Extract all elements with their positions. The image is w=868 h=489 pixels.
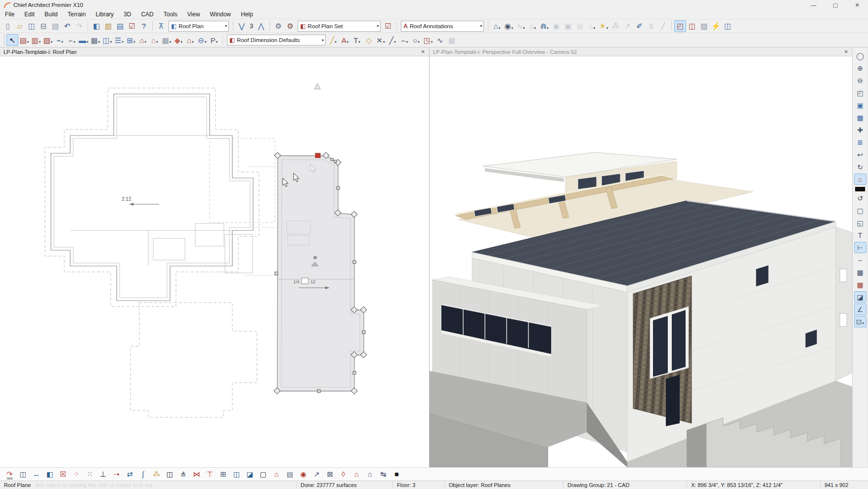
stairs-icon[interactable]: ☰▾ (113, 34, 125, 46)
raise-object-icon[interactable]: ⌂ (351, 468, 363, 480)
save-plan-view-icon[interactable]: ⊼ (155, 20, 167, 32)
reflect-about-icon[interactable]: ⋈ (191, 468, 203, 480)
menu-terrain[interactable]: Terrain (63, 10, 91, 18)
snap-settings-icon[interactable]: ⊡▾ (854, 316, 867, 327)
camera-options-icon[interactable]: ⌂ (854, 174, 867, 185)
select-objects-icon[interactable]: ↖ (6, 34, 18, 46)
pan-window-icon[interactable]: ✚ (854, 124, 867, 135)
curve-hook-icon[interactable]: ∫ (137, 468, 149, 480)
floor-down-icon[interactable]: ⋁ (236, 20, 248, 32)
add-light-icon[interactable]: ☀▾ (598, 20, 609, 32)
auto-rebuild-roof-icon[interactable]: ⌂ (271, 468, 283, 480)
polyline-icon[interactable]: ◇ (363, 34, 375, 46)
draw-arc-icon[interactable]: ⌢▾ (398, 34, 410, 46)
menu-cad[interactable]: CAD (136, 10, 158, 18)
select-next-icon[interactable]: ↷next (4, 468, 16, 480)
menu-tools[interactable]: Tools (159, 10, 182, 18)
new-plan-icon[interactable]: ▯ (2, 20, 14, 32)
draw-line-icon[interactable]: ╱▾ (387, 34, 398, 46)
full-camera-icon[interactable]: ◉▾ (503, 20, 515, 32)
color-chooser-icon[interactable]: ✐ (633, 20, 645, 32)
plan-canvas[interactable]: 2:12 1/4 (0, 56, 429, 467)
menu-edit[interactable]: Edit (19, 10, 40, 18)
save-plan-icon[interactable]: ◫ (26, 20, 38, 32)
furniture-icon[interactable]: ▬▾ (78, 34, 89, 46)
gable-line-icon[interactable]: ⌂▾ (184, 34, 196, 46)
build-framing-icon[interactable]: ▤ (284, 468, 296, 480)
fill-window-icon[interactable]: ▣ (854, 99, 867, 111)
edit-area-icon[interactable]: ▢ (258, 468, 269, 480)
zoom-out-icon[interactable]: ⊖ (854, 75, 867, 86)
project-browser-icon[interactable]: ▤ (114, 20, 126, 32)
column-icon[interactable]: ⊥ (97, 468, 109, 480)
roof-hole-icon[interactable]: ⊖▾ (196, 34, 208, 46)
saved-plan-views-dropdown[interactable]: ◧ Roof Plan ▾ (169, 21, 229, 32)
roof-pitch-handle-red[interactable] (315, 153, 320, 158)
rectangular-selection-icon[interactable]: ▢ (854, 205, 867, 216)
hatch-wall-icon[interactable]: ▨▾ (42, 34, 54, 46)
camera-pane-close-icon[interactable]: ✕ (842, 49, 850, 54)
text-line-edit-icon[interactable]: T (854, 229, 867, 241)
temporary-dimensions-icon[interactable]: ⊢ (854, 242, 867, 253)
intersect-arrows-icon[interactable]: ⇄ (124, 468, 136, 480)
delete-icon[interactable]: ☒ (57, 468, 69, 480)
arc-creation-icon[interactable]: ⌢ (854, 254, 867, 266)
close-button[interactable]: ✕ (846, 0, 868, 10)
menu-3d[interactable]: 3D (119, 10, 136, 18)
join-roof-planes-icon[interactable]: ◊ (338, 468, 349, 480)
child-tool-palette-icon[interactable]: ◰ (674, 20, 686, 32)
copy-paste-icon[interactable]: ⊞ (217, 468, 229, 480)
undo-icon[interactable]: ↶ (61, 20, 73, 32)
roof-plane-icon[interactable]: ◆▾ (173, 34, 184, 46)
full-overview-icon[interactable]: ⌂▾ (491, 20, 503, 32)
energy-panel-icon[interactable]: ⚡ (710, 20, 722, 32)
level-roof-icon[interactable]: ⌂ (364, 468, 376, 480)
walk-people-icon[interactable]: ⋒▾ (538, 20, 550, 32)
default-sets-icon[interactable]: ☑ (126, 20, 138, 32)
selected-roof-plane[interactable]: 1/4 12 (274, 152, 367, 394)
plan-set-edit-icon[interactable]: ⚙ (284, 20, 296, 32)
undo-zoom-icon[interactable]: ◰ (854, 87, 867, 98)
print-icon[interactable]: ⊟ (38, 20, 49, 32)
dimension-points-icon[interactable]: ⁙ (84, 468, 96, 480)
roof-icon[interactable]: ⌂▾ (137, 34, 149, 46)
straight-wall-icon[interactable]: ▤▾ (18, 34, 30, 46)
open-object-icon[interactable]: ◫ (17, 468, 29, 480)
camera-canvas[interactable] (430, 56, 852, 467)
delete-surface-icon[interactable]: ⊠ (324, 468, 336, 480)
annotations-dropdown[interactable]: A Roof Annotations ▾ (401, 21, 484, 32)
offset-line-icon[interactable]: ⊤ (204, 468, 216, 480)
disconnect-edges-icon[interactable]: ⋔ (177, 468, 189, 480)
storefront-panel-icon[interactable]: ◫ (686, 20, 698, 32)
menu-file[interactable]: File (0, 10, 19, 18)
fill-window-building-icon[interactable]: ▩ (854, 112, 867, 123)
point-to-point-move-icon[interactable]: ⁘ (71, 468, 83, 480)
zoom-in-icon[interactable]: ⊕ (854, 62, 867, 74)
cross-box-icon[interactable]: ✕▾ (375, 34, 387, 46)
picture-panel-icon[interactable]: ▨ (698, 20, 710, 32)
minimize-button[interactable]: — (803, 0, 825, 10)
spline-icon[interactable]: ∿ (434, 34, 446, 46)
menu-help[interactable]: Help (236, 10, 258, 18)
plan-set-dropdown[interactable]: ◧ Roof Plan Set ▾ (298, 21, 381, 32)
copy-region-icon[interactable]: ↻ (854, 161, 867, 173)
color-swatch-icon[interactable] (855, 187, 865, 191)
window-icon[interactable]: ⊞▾ (125, 34, 137, 46)
draw-circle-icon[interactable]: ○▾ (410, 34, 422, 46)
distribute-objects-icon[interactable]: ⁂ (151, 468, 163, 480)
grid-snaps-icon[interactable]: ▦ (854, 267, 867, 278)
rectangle-marquee-icon[interactable]: ◉ (298, 468, 309, 480)
floor-up-icon[interactable]: ⋀ (255, 20, 267, 32)
sticky-mode-icon[interactable]: ◪ (244, 468, 256, 480)
maximize-button[interactable]: ▢ (825, 0, 846, 10)
side-windows-panel-icon[interactable]: ◫ (722, 20, 734, 32)
accurate-move-icon[interactable]: ⇢ (111, 468, 123, 480)
plan-pane-close-icon[interactable]: ✕ (419, 49, 427, 54)
angle-snaps-icon[interactable]: ∠ (854, 304, 867, 315)
object-snaps-icon[interactable]: ◪ (854, 291, 867, 303)
dimension-defaults-dropdown[interactable]: ◧ Roof Dimension Defaults ▾ (227, 35, 326, 45)
door-icon[interactable]: ◫▾ (101, 34, 113, 46)
help-icon[interactable]: ? (138, 20, 150, 32)
reference-grid-icon[interactable]: ▦ (854, 279, 867, 290)
refresh-view-icon[interactable]: ↺ (854, 192, 867, 204)
